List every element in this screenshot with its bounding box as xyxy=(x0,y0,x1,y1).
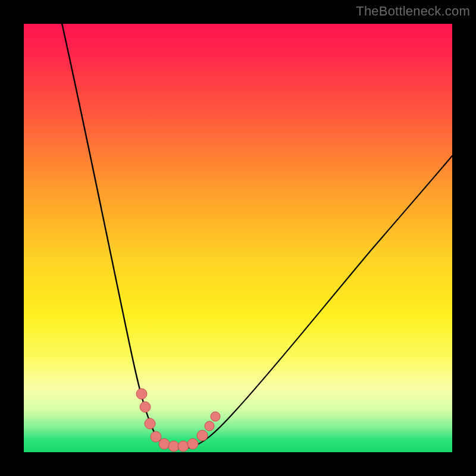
watermark-text: TheBottleneck.com xyxy=(356,4,470,19)
bottleneck-curve-right xyxy=(190,149,452,447)
curve-layer xyxy=(24,24,452,452)
marker-dot xyxy=(159,439,170,449)
marker-dot xyxy=(145,418,155,429)
marker-dot xyxy=(197,430,208,441)
marker-group xyxy=(136,389,220,452)
marker-dot xyxy=(205,421,214,431)
marker-dot xyxy=(136,389,147,399)
marker-dot xyxy=(187,439,198,449)
bottleneck-curve-left xyxy=(61,24,170,447)
chart-frame: TheBottleneck.com xyxy=(0,0,476,476)
marker-dot xyxy=(178,441,189,452)
marker-dot xyxy=(211,412,220,421)
marker-dot xyxy=(168,441,179,452)
marker-dot xyxy=(140,402,151,412)
plot-area xyxy=(24,24,452,452)
marker-dot xyxy=(151,431,161,442)
